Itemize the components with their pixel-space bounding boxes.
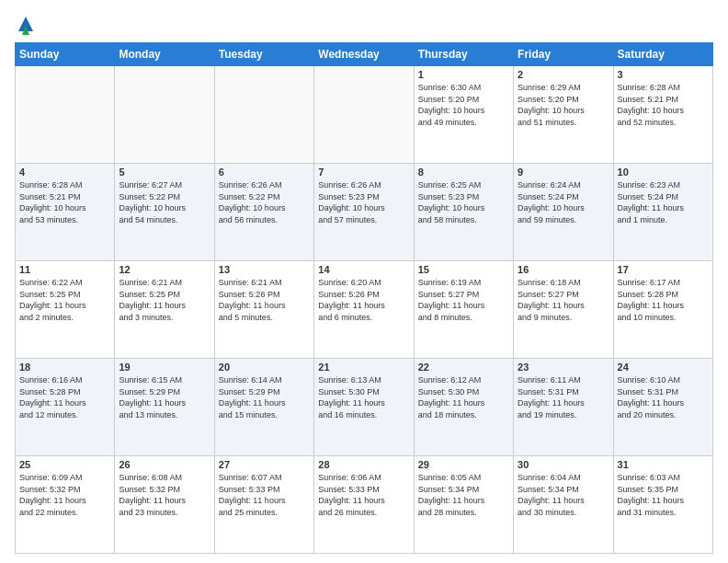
day-info: Sunrise: 6:04 AM Sunset: 5:34 PM Dayligh… <box>518 472 609 518</box>
day-info: Sunrise: 6:25 AM Sunset: 5:23 PM Dayligh… <box>418 179 509 225</box>
day-number: 10 <box>618 167 709 178</box>
calendar-cell <box>214 66 313 164</box>
day-number: 15 <box>418 264 509 275</box>
calendar-cell: 10Sunrise: 6:23 AM Sunset: 5:24 PM Dayli… <box>613 164 712 261</box>
calendar-cell: 6Sunrise: 6:26 AM Sunset: 5:22 PM Daylig… <box>214 164 313 261</box>
calendar-week-row: 18Sunrise: 6:16 AM Sunset: 5:28 PM Dayli… <box>16 359 713 456</box>
day-info: Sunrise: 6:06 AM Sunset: 5:33 PM Dayligh… <box>318 472 409 518</box>
calendar-header-row: SundayMondayTuesdayWednesdayThursdayFrid… <box>16 43 713 66</box>
calendar-cell: 7Sunrise: 6:26 AM Sunset: 5:23 PM Daylig… <box>314 164 414 261</box>
calendar-cell: 16Sunrise: 6:18 AM Sunset: 5:27 PM Dayli… <box>514 261 613 359</box>
day-number: 14 <box>318 264 409 275</box>
day-number: 18 <box>19 362 110 373</box>
day-number: 27 <box>219 459 310 470</box>
day-number: 9 <box>518 167 609 178</box>
day-info: Sunrise: 6:21 AM Sunset: 5:26 PM Dayligh… <box>219 277 310 323</box>
logo-icon <box>17 15 35 35</box>
day-info: Sunrise: 6:26 AM Sunset: 5:23 PM Dayligh… <box>318 179 409 225</box>
day-info: Sunrise: 6:16 AM Sunset: 5:28 PM Dayligh… <box>19 374 110 420</box>
day-number: 4 <box>19 167 110 178</box>
calendar-day-header: Saturday <box>613 43 712 66</box>
calendar-cell: 9Sunrise: 6:24 AM Sunset: 5:24 PM Daylig… <box>514 164 613 261</box>
day-number: 6 <box>219 167 310 178</box>
calendar-cell: 22Sunrise: 6:12 AM Sunset: 5:30 PM Dayli… <box>414 359 513 456</box>
day-info: Sunrise: 6:29 AM Sunset: 5:20 PM Dayligh… <box>518 82 609 128</box>
day-info: Sunrise: 6:23 AM Sunset: 5:24 PM Dayligh… <box>618 179 709 225</box>
calendar-week-row: 4Sunrise: 6:28 AM Sunset: 5:21 PM Daylig… <box>16 164 713 261</box>
day-info: Sunrise: 6:11 AM Sunset: 5:31 PM Dayligh… <box>518 374 609 420</box>
calendar-cell <box>16 66 115 164</box>
calendar-cell: 13Sunrise: 6:21 AM Sunset: 5:26 PM Dayli… <box>214 261 313 359</box>
page: SundayMondayTuesdayWednesdayThursdayFrid… <box>0 0 728 563</box>
day-info: Sunrise: 6:05 AM Sunset: 5:34 PM Dayligh… <box>418 472 509 518</box>
calendar-cell: 11Sunrise: 6:22 AM Sunset: 5:25 PM Dayli… <box>16 261 115 359</box>
day-number: 29 <box>418 459 509 470</box>
day-info: Sunrise: 6:22 AM Sunset: 5:25 PM Dayligh… <box>19 277 110 323</box>
logo <box>15 11 35 35</box>
calendar-cell: 19Sunrise: 6:15 AM Sunset: 5:29 PM Dayli… <box>115 359 214 456</box>
day-number: 5 <box>119 167 210 178</box>
calendar-cell: 24Sunrise: 6:10 AM Sunset: 5:31 PM Dayli… <box>613 359 712 456</box>
calendar-cell: 3Sunrise: 6:28 AM Sunset: 5:21 PM Daylig… <box>613 66 712 164</box>
calendar-cell: 30Sunrise: 6:04 AM Sunset: 5:34 PM Dayli… <box>514 456 613 554</box>
day-info: Sunrise: 6:26 AM Sunset: 5:22 PM Dayligh… <box>219 179 310 225</box>
day-number: 21 <box>318 362 409 373</box>
day-info: Sunrise: 6:07 AM Sunset: 5:33 PM Dayligh… <box>219 472 310 518</box>
calendar-day-header: Friday <box>514 43 613 66</box>
day-info: Sunrise: 6:24 AM Sunset: 5:24 PM Dayligh… <box>518 179 609 225</box>
day-number: 19 <box>119 362 210 373</box>
calendar-cell: 1Sunrise: 6:30 AM Sunset: 5:20 PM Daylig… <box>414 66 513 164</box>
calendar-cell: 8Sunrise: 6:25 AM Sunset: 5:23 PM Daylig… <box>414 164 513 261</box>
day-info: Sunrise: 6:10 AM Sunset: 5:31 PM Dayligh… <box>618 374 709 420</box>
day-info: Sunrise: 6:17 AM Sunset: 5:28 PM Dayligh… <box>618 277 709 323</box>
calendar-week-row: 1Sunrise: 6:30 AM Sunset: 5:20 PM Daylig… <box>16 66 713 164</box>
day-info: Sunrise: 6:27 AM Sunset: 5:22 PM Dayligh… <box>119 179 210 225</box>
day-number: 28 <box>318 459 409 470</box>
calendar-cell: 15Sunrise: 6:19 AM Sunset: 5:27 PM Dayli… <box>414 261 513 359</box>
day-number: 13 <box>219 264 310 275</box>
day-number: 25 <box>19 459 110 470</box>
header <box>15 11 713 35</box>
day-number: 3 <box>618 69 709 80</box>
calendar-cell: 18Sunrise: 6:16 AM Sunset: 5:28 PM Dayli… <box>16 359 115 456</box>
day-number: 16 <box>518 264 609 275</box>
calendar-cell <box>115 66 214 164</box>
calendar-cell <box>314 66 414 164</box>
day-number: 20 <box>219 362 310 373</box>
day-info: Sunrise: 6:30 AM Sunset: 5:20 PM Dayligh… <box>418 82 509 128</box>
calendar-cell: 31Sunrise: 6:03 AM Sunset: 5:35 PM Dayli… <box>613 456 712 554</box>
day-number: 24 <box>618 362 709 373</box>
calendar-day-header: Tuesday <box>214 43 313 66</box>
calendar-cell: 28Sunrise: 6:06 AM Sunset: 5:33 PM Dayli… <box>314 456 414 554</box>
day-info: Sunrise: 6:19 AM Sunset: 5:27 PM Dayligh… <box>418 277 509 323</box>
calendar-day-header: Sunday <box>16 43 115 66</box>
calendar-day-header: Monday <box>115 43 214 66</box>
calendar-week-row: 25Sunrise: 6:09 AM Sunset: 5:32 PM Dayli… <box>16 456 713 554</box>
calendar-table: SundayMondayTuesdayWednesdayThursdayFrid… <box>15 42 713 554</box>
calendar-cell: 27Sunrise: 6:07 AM Sunset: 5:33 PM Dayli… <box>214 456 313 554</box>
day-info: Sunrise: 6:20 AM Sunset: 5:26 PM Dayligh… <box>318 277 409 323</box>
calendar-cell: 12Sunrise: 6:21 AM Sunset: 5:25 PM Dayli… <box>115 261 214 359</box>
day-number: 7 <box>318 167 409 178</box>
calendar-cell: 26Sunrise: 6:08 AM Sunset: 5:32 PM Dayli… <box>115 456 214 554</box>
day-number: 2 <box>518 69 609 80</box>
day-number: 23 <box>518 362 609 373</box>
day-number: 31 <box>618 459 709 470</box>
day-info: Sunrise: 6:09 AM Sunset: 5:32 PM Dayligh… <box>19 472 110 518</box>
calendar-week-row: 11Sunrise: 6:22 AM Sunset: 5:25 PM Dayli… <box>16 261 713 359</box>
day-info: Sunrise: 6:21 AM Sunset: 5:25 PM Dayligh… <box>119 277 210 323</box>
calendar-cell: 23Sunrise: 6:11 AM Sunset: 5:31 PM Dayli… <box>514 359 613 456</box>
day-info: Sunrise: 6:14 AM Sunset: 5:29 PM Dayligh… <box>219 374 310 420</box>
day-number: 8 <box>418 167 509 178</box>
calendar-cell: 4Sunrise: 6:28 AM Sunset: 5:21 PM Daylig… <box>16 164 115 261</box>
day-info: Sunrise: 6:13 AM Sunset: 5:30 PM Dayligh… <box>318 374 409 420</box>
day-info: Sunrise: 6:15 AM Sunset: 5:29 PM Dayligh… <box>119 374 210 420</box>
day-number: 30 <box>518 459 609 470</box>
day-info: Sunrise: 6:08 AM Sunset: 5:32 PM Dayligh… <box>119 472 210 518</box>
calendar-cell: 25Sunrise: 6:09 AM Sunset: 5:32 PM Dayli… <box>16 456 115 554</box>
day-number: 17 <box>618 264 709 275</box>
calendar-cell: 21Sunrise: 6:13 AM Sunset: 5:30 PM Dayli… <box>314 359 414 456</box>
calendar-cell: 29Sunrise: 6:05 AM Sunset: 5:34 PM Dayli… <box>414 456 513 554</box>
calendar-cell: 14Sunrise: 6:20 AM Sunset: 5:26 PM Dayli… <box>314 261 414 359</box>
day-info: Sunrise: 6:03 AM Sunset: 5:35 PM Dayligh… <box>618 472 709 518</box>
